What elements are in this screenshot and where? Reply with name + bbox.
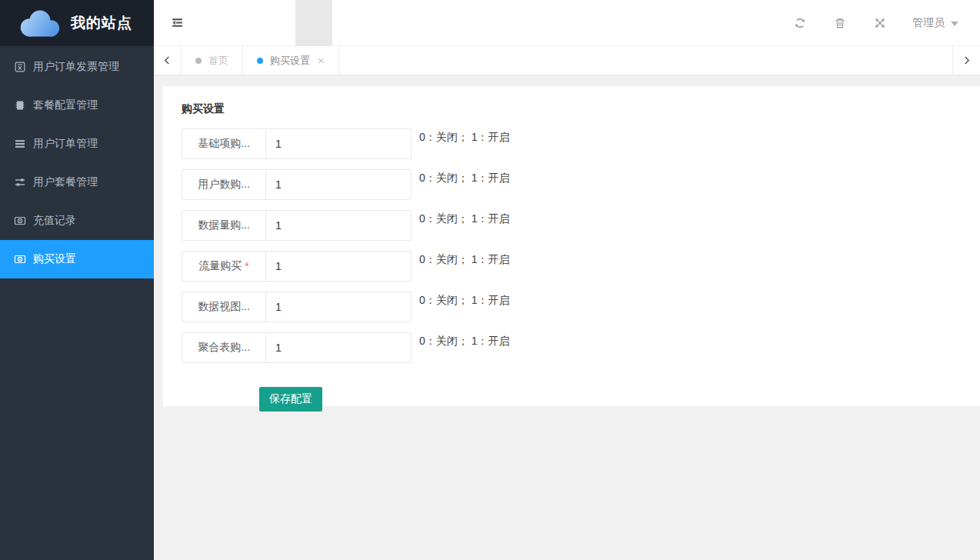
save-config-button[interactable]: 保存配置 (259, 387, 322, 412)
fullscreen-icon[interactable] (860, 0, 900, 46)
banknote-icon (14, 215, 26, 227)
field-label: 基础项购... * (182, 128, 266, 159)
header-actions: 管理员 (780, 0, 980, 46)
field-hint: 0：关闭； 1：开启 (419, 251, 509, 267)
field-hint: 0：关闭； 1：开启 (419, 169, 509, 185)
sidebar-menu: 用户订单发票管理 套餐配置管理 用户订单管理 用户套餐管理 充值记录 购买设置 (0, 46, 154, 278)
site-logo: 我的站点 (0, 0, 154, 46)
main-content: 购买设置 基础项购... * 0：关闭； 1：开启 用户数购... * (154, 75, 980, 560)
tab-close-icon[interactable]: × (318, 55, 325, 66)
open-tabs: 首页 购买设置 × (182, 46, 339, 75)
field-label: 用户数购... * (182, 169, 266, 200)
top-nav-item[interactable] (295, 0, 332, 46)
field-hint: 0：关闭； 1：开启 (419, 332, 509, 348)
tabs-scroll-right-icon[interactable] (952, 46, 980, 75)
list-icon (14, 138, 26, 150)
field-label: 聚合表购... * (182, 332, 266, 363)
tab-status-dot (257, 58, 263, 64)
user-dropdown[interactable]: 管理员 (912, 16, 958, 30)
sidebar-item-label: 购买设置 (33, 252, 76, 266)
form-field-row: 聚合表购... * 0：关闭； 1：开启 (182, 332, 968, 363)
top-nav-item[interactable] (332, 0, 369, 46)
tabs-scroll-left-icon[interactable] (154, 46, 182, 75)
page-tab[interactable]: 首页 (182, 46, 243, 75)
top-nav (222, 0, 406, 46)
field-value-input[interactable] (265, 332, 412, 363)
form-field-row: 流量购买 * 0：关闭； 1：开启 (182, 251, 968, 282)
field-label: 数据量购... * (182, 210, 266, 241)
user-name: 管理员 (912, 16, 945, 30)
field-value-input[interactable] (265, 292, 412, 322)
panel-title: 购买设置 (182, 102, 968, 116)
field-label: 数据视图... * (182, 292, 266, 322)
sidebar-menu-item[interactable]: 充值记录 (0, 202, 154, 240)
trash-icon[interactable] (820, 0, 860, 46)
form-field-row: 用户数购... * 0：关闭； 1：开启 (182, 169, 968, 200)
field-label: 流量购买 * (182, 251, 266, 282)
field-value-input[interactable] (265, 210, 412, 241)
site-title: 我的站点 (71, 13, 132, 33)
sidebar-item-label: 用户订单管理 (33, 137, 98, 151)
page-tab[interactable]: 购买设置 × (243, 46, 339, 75)
field-value-input[interactable] (265, 128, 412, 159)
package-icon (14, 99, 26, 112)
sidebar-item-label: 套餐配置管理 (33, 98, 98, 112)
app-root: 我的站点 用户订单发票管理 套餐配置管理 用户订单管理 用户套餐管理 充值 (0, 0, 980, 560)
sidebar-menu-item[interactable]: 购买设置 (0, 240, 154, 278)
form-field-row: 数据视图... * 0：关闭； 1：开启 (182, 292, 968, 322)
sidebar-menu-item[interactable]: 用户订单发票管理 (0, 48, 154, 86)
sidebar: 我的站点 用户订单发票管理 套餐配置管理 用户订单管理 用户套餐管理 充值 (0, 0, 154, 560)
settings-panel: 购买设置 基础项购... * 0：关闭； 1：开启 用户数购... * (163, 86, 980, 406)
field-hint: 0：关闭； 1：开启 (419, 128, 509, 145)
top-nav-item[interactable] (258, 0, 295, 46)
sidebar-item-label: 用户套餐管理 (33, 175, 98, 189)
sidebar-item-label: 充值记录 (33, 214, 76, 228)
top-header: 管理员 (154, 0, 980, 46)
refresh-icon[interactable] (780, 0, 820, 46)
sliders-icon (14, 176, 26, 188)
field-hint: 0：关闭； 1：开启 (419, 210, 509, 226)
field-value-input[interactable] (265, 251, 412, 282)
top-nav-item[interactable] (369, 0, 406, 46)
invoice-icon (14, 61, 26, 73)
purchase-settings-form: 基础项购... * 0：关闭； 1：开启 用户数购... * 0：关闭； 1：开… (182, 128, 968, 363)
form-field-row: 数据量购... * 0：关闭； 1：开启 (182, 210, 968, 241)
top-nav-item[interactable] (222, 0, 258, 46)
chevron-down-icon (951, 22, 958, 26)
tab-label: 首页 (208, 54, 228, 68)
tab-label: 购买设置 (270, 54, 310, 68)
tab-bar: 首页 购买设置 × (154, 46, 980, 75)
banknote-icon (14, 253, 26, 265)
tab-status-dot (195, 58, 202, 64)
form-field-row: 基础项购... * 0：关闭； 1：开启 (182, 128, 968, 159)
sidebar-menu-item[interactable]: 套餐配置管理 (0, 86, 154, 125)
field-hint: 0：关闭； 1：开启 (419, 292, 509, 308)
sidebar-menu-item[interactable]: 用户套餐管理 (0, 163, 154, 202)
required-asterisk: * (245, 260, 248, 272)
sidebar-menu-item[interactable]: 用户订单管理 (0, 125, 154, 163)
sidebar-item-label: 用户订单发票管理 (33, 60, 119, 74)
field-value-input[interactable] (265, 169, 412, 200)
collapse-sidebar-icon[interactable] (154, 0, 200, 46)
cloud-logo-icon (15, 8, 63, 38)
